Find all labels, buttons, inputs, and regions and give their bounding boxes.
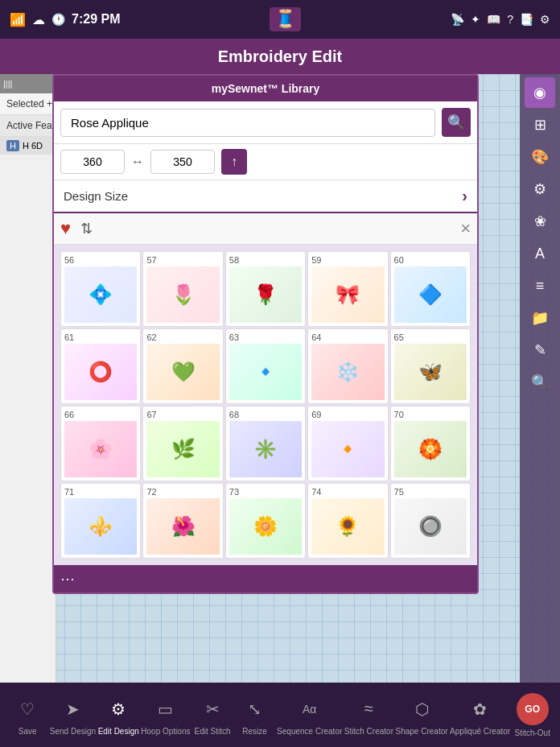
design-number-68: 68 (229, 410, 302, 419)
tool-applique-creator[interactable]: ✿ Appliqué Creator (450, 695, 510, 736)
close-button[interactable]: × (460, 218, 471, 239)
help-icon: ? (507, 13, 513, 26)
stitch-creator-icon: ≈ (354, 695, 383, 724)
main-area: |||| Selected + Active Fea H H 6D mySewn… (0, 74, 560, 683)
resize-icon: ⤡ (241, 695, 270, 724)
design-item-75[interactable]: 75🔘 (390, 483, 471, 559)
app-title: Embroidery Edit (218, 47, 342, 66)
design-thumb-74: 🌻 (311, 498, 384, 555)
design-thumb-70: 🏵️ (394, 421, 467, 477)
tool-resize[interactable]: ⤡ Resize (235, 695, 275, 736)
design-number-69: 69 (311, 410, 384, 419)
sidebar-stitch-icon[interactable]: ≡ (525, 270, 555, 301)
sidebar-stack-icon[interactable]: ⊞ (525, 109, 555, 140)
tool-save[interactable]: ♡ Save (7, 695, 47, 736)
design-item-63[interactable]: 63🔹 (225, 328, 306, 404)
design-item-72[interactable]: 72🌺 (142, 483, 223, 559)
shape-creator-label: Shape Creator (396, 727, 448, 736)
design-item-68[interactable]: 68✳️ (225, 406, 306, 481)
design-item-73[interactable]: 73🌼 (225, 483, 306, 559)
design-item-70[interactable]: 70🏵️ (390, 406, 471, 481)
design-thumb-63: 🔹 (229, 344, 302, 400)
design-thumb-72: 🌺 (146, 498, 219, 555)
design-thumb-68: ✳️ (229, 421, 302, 477)
sidebar-palette-icon[interactable]: 🎨 (525, 142, 555, 172)
sidebar-folder-icon[interactable]: 📁 (525, 303, 555, 333)
designs-grid: 56💠57🌷58🌹59🎀60🔷61⭕62💚63🔹64❄️65🦋66🌸67🌿68✳… (54, 245, 477, 565)
width-arrow-icon: ↔ (131, 155, 144, 169)
tool-sequence-creator[interactable]: Aα Sequence Creator (277, 695, 342, 736)
design-number-70: 70 (394, 410, 467, 419)
design-item-56[interactable]: 56💠 (60, 251, 141, 327)
edit-design-icon: ⚙ (104, 695, 133, 724)
tool-edit-design[interactable]: ⚙ Edit Design (98, 695, 139, 736)
tool-shape-creator[interactable]: ⬡ Shape Creator (396, 695, 448, 736)
design-item-57[interactable]: 57🌷 (142, 251, 223, 327)
design-number-71: 71 (64, 487, 137, 497)
tool-hoop-options[interactable]: ▭ Hoop Options (141, 695, 190, 736)
design-item-65[interactable]: 65🦋 (390, 328, 471, 404)
status-right: 📡 ✦ 📖 ? 📑 ⚙ (451, 13, 550, 26)
design-item-62[interactable]: 62💚 (142, 328, 223, 404)
right-sidebar: ◉ ⊞ 🎨 ⚙ ❀ A ≡ 📁 ✎ 🔍 (520, 74, 560, 683)
edit-design-label: Edit Design (98, 727, 139, 736)
active-feature-label: Active Fea (0, 115, 56, 137)
search-input[interactable] (60, 109, 435, 137)
width-input[interactable] (60, 150, 125, 174)
design-thumb-64: ❄️ (311, 344, 384, 400)
design-thumb-75: 🔘 (394, 498, 467, 555)
hoop-options-label: Hoop Options (141, 727, 190, 736)
status-left: 📶 ☁ 🕐 7:29 PM (10, 12, 120, 27)
design-item-58[interactable]: 58🌹 (225, 251, 306, 327)
sidebar-settings-icon[interactable]: ⚙ (525, 174, 555, 204)
design-size-label: Design Size (64, 189, 128, 203)
tool-stitch-out[interactable]: GO Stitch-Out (513, 693, 553, 737)
design-item-69[interactable]: 69🔸 (307, 406, 388, 481)
sort-icon[interactable]: ⇅ (80, 220, 93, 237)
gear-icon: ⚙ (540, 13, 550, 26)
sequence-creator-icon: Aα (295, 695, 324, 724)
design-number-74: 74 (311, 487, 384, 497)
applique-creator-icon: ✿ (466, 695, 495, 724)
design-item-60[interactable]: 60🔷 (390, 251, 471, 327)
tool-edit-stitch[interactable]: ✂ Edit Stitch (192, 695, 233, 736)
save-label: Save (19, 727, 37, 736)
sidebar-layers-icon[interactable]: ◉ (525, 77, 555, 108)
design-thumb-61: ⭕ (64, 344, 137, 400)
applique-creator-label: Appliqué Creator (450, 727, 510, 736)
edit-stitch-label: Edit Stitch (195, 727, 231, 736)
design-number-56: 56 (64, 255, 137, 265)
tool-send-design[interactable]: ➤ Send Design (50, 695, 96, 736)
search-button[interactable]: 🔍 (442, 108, 471, 137)
left-panel-header: |||| (0, 74, 56, 93)
dimensions-row: ↔ ↑ (54, 144, 477, 180)
design-number-63: 63 (229, 332, 302, 342)
height-input[interactable] (150, 150, 215, 174)
stitch-creator-label: Stitch Creator (344, 727, 393, 736)
sidebar-pencil-icon[interactable]: ✎ (525, 335, 555, 365)
library-panel: mySewnet™ Library 🔍 ↔ ↑ Design Size › ♥ … (52, 74, 479, 594)
design-item-71[interactable]: 71⚜️ (60, 483, 141, 559)
design-item-64[interactable]: 64❄️ (307, 328, 388, 404)
design-size-row[interactable]: Design Size › (54, 180, 477, 213)
design-number-66: 66 (64, 410, 137, 419)
height-up-button[interactable]: ↑ (221, 149, 247, 175)
sidebar-text-icon[interactable]: A (525, 238, 555, 269)
tool-stitch-creator[interactable]: ≈ Stitch Creator (344, 695, 393, 736)
design-item-61[interactable]: 61⭕ (60, 328, 141, 404)
design-item-66[interactable]: 66🌸 (60, 406, 141, 481)
design-item-67[interactable]: 67🌿 (142, 406, 223, 481)
sidebar-search-icon[interactable]: 🔍 (525, 367, 555, 398)
selected-label: Selected + (0, 93, 56, 115)
design-thumb-56: 💠 (64, 266, 137, 323)
favorite-icon[interactable]: ♥ (60, 218, 71, 239)
book-icon: 📖 (487, 13, 500, 26)
send-design-label: Send Design (50, 727, 96, 736)
design-item-74[interactable]: 74🌻 (307, 483, 388, 559)
sidebar-flower-icon[interactable]: ❀ (525, 206, 555, 237)
thread-icon: ✦ (471, 13, 480, 26)
design-number-65: 65 (394, 332, 467, 342)
cloud-icon: ☁ (32, 12, 45, 27)
go-button[interactable]: GO (517, 693, 549, 725)
design-item-59[interactable]: 59🎀 (307, 251, 388, 327)
